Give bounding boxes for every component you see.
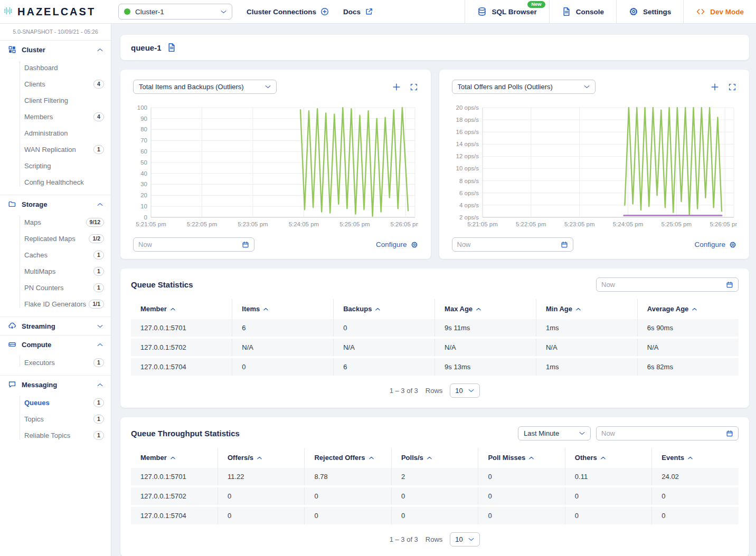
cell-average-age: 6s 90ms bbox=[637, 319, 739, 338]
column-header-member[interactable]: Member bbox=[131, 299, 232, 319]
sidebar-item-caches[interactable]: Caches1 bbox=[0, 247, 111, 263]
add-chart-icon[interactable] bbox=[392, 83, 401, 91]
sidebar-item-replicated-maps[interactable]: Replicated Maps1/2 bbox=[0, 231, 111, 247]
rows-per-page-select[interactable]: 10 bbox=[450, 532, 480, 547]
fullscreen-icon[interactable] bbox=[410, 83, 418, 91]
column-header-average-age[interactable]: Average Age bbox=[637, 299, 739, 319]
item-label: Client Filtering bbox=[24, 97, 104, 104]
column-header-rejected-offers[interactable]: Rejected Offers bbox=[305, 448, 391, 468]
chart-card-items-backups: Total Items and Backups (Outliers) 01020… bbox=[120, 70, 431, 259]
cluster-connections-link[interactable]: Cluster Connections bbox=[247, 7, 329, 16]
count-badge: 1 bbox=[93, 283, 104, 292]
configure-link[interactable]: Configure bbox=[694, 241, 736, 248]
sidebar-section-header-streaming[interactable]: Streaming bbox=[0, 317, 111, 335]
database-icon bbox=[477, 7, 487, 16]
column-header-member[interactable]: Member bbox=[131, 448, 218, 468]
gear-icon bbox=[629, 7, 638, 16]
fullscreen-icon[interactable] bbox=[728, 83, 736, 91]
column-header-polls-s[interactable]: Polls/s bbox=[391, 448, 478, 468]
sidebar-item-queues[interactable]: Queues1 bbox=[0, 395, 111, 411]
cluster-select[interactable]: Cluster-1 bbox=[118, 4, 232, 20]
table-row[interactable]: 127.0.0.1:5702N/AN/AN/AN/AN/A bbox=[131, 338, 739, 357]
console-button[interactable]: Console bbox=[549, 0, 616, 23]
sort-asc-icon bbox=[692, 308, 697, 311]
cluster-status-dot bbox=[124, 8, 130, 15]
queue-config-icon[interactable] bbox=[167, 43, 176, 52]
cell-min-age: 1ms bbox=[536, 357, 637, 377]
column-header-backups[interactable]: Backups bbox=[334, 299, 435, 319]
time-picker[interactable]: Now bbox=[596, 277, 739, 292]
add-chart-icon[interactable] bbox=[711, 83, 719, 91]
item-label: Members bbox=[24, 113, 93, 121]
column-label: Items bbox=[242, 305, 260, 313]
section-items: Maps9/12 Replicated Maps1/2 Caches1 Mult… bbox=[0, 213, 111, 312]
docs-link[interactable]: Docs bbox=[343, 7, 373, 16]
cell-backups: 0 bbox=[334, 319, 435, 338]
sidebar-item-members[interactable]: Members4 bbox=[0, 109, 111, 125]
time-picker[interactable]: Now bbox=[133, 237, 254, 252]
sidebar-section-header-storage[interactable]: Storage bbox=[0, 195, 111, 213]
column-header-offers-s[interactable]: Offers/s bbox=[218, 448, 304, 468]
section-title: Storage bbox=[22, 200, 92, 208]
rows-per-page-select[interactable]: 10 bbox=[450, 384, 480, 398]
column-header-others[interactable]: Others bbox=[565, 448, 651, 468]
dev-mode-button[interactable]: Dev Mode bbox=[683, 0, 756, 23]
settings-button[interactable]: Settings bbox=[616, 0, 683, 23]
period-select[interactable]: Last Minute bbox=[518, 426, 591, 440]
sidebar-item-config-healthcheck[interactable]: Config Healthcheck bbox=[0, 174, 111, 190]
configure-link[interactable]: Configure bbox=[376, 241, 418, 248]
calendar-icon bbox=[726, 430, 733, 437]
sidebar-section-header-messaging[interactable]: Messaging bbox=[0, 376, 111, 394]
sidebar-item-administration[interactable]: Administration bbox=[0, 125, 111, 141]
sidebar-item-dashboard[interactable]: Dashboard bbox=[0, 60, 111, 76]
sidebar-item-executors[interactable]: Executors1 bbox=[0, 354, 111, 371]
svg-text:80: 80 bbox=[140, 126, 147, 132]
section-title: Messaging bbox=[22, 381, 92, 389]
column-header-max-age[interactable]: Max Age bbox=[435, 299, 536, 319]
sidebar-item-scripting[interactable]: Scripting bbox=[0, 158, 111, 174]
sidebar-section-header-compute[interactable]: Compute bbox=[0, 335, 111, 353]
column-header-poll-misses[interactable]: Poll Misses bbox=[478, 448, 565, 468]
table-row[interactable]: 127.0.0.1:570111.228.78200.1124.02 bbox=[131, 468, 739, 486]
sidebar-item-client-filtering[interactable]: Client Filtering bbox=[0, 92, 111, 109]
table-row[interactable]: 127.0.0.1:5701609s 11ms1ms6s 90ms bbox=[131, 319, 739, 338]
sidebar-item-multimaps[interactable]: MultiMaps1 bbox=[0, 263, 111, 280]
top-header: HAZELCAST Cluster-1 Cluster Connections … bbox=[0, 0, 756, 24]
column-label: Rejected Offers bbox=[314, 454, 365, 462]
svg-text:16 ops/s: 16 ops/s bbox=[456, 129, 479, 135]
settings-label: Settings bbox=[643, 8, 671, 16]
sidebar-item-topics[interactable]: Topics1 bbox=[0, 411, 111, 427]
sql-browser-button[interactable]: SQL Browser New bbox=[465, 0, 549, 23]
item-label: Executors bbox=[24, 359, 93, 367]
plus-circle-icon bbox=[320, 7, 329, 16]
column-header-events[interactable]: Events bbox=[652, 448, 739, 468]
svg-text:20 ops/s: 20 ops/s bbox=[456, 104, 479, 111]
sort-asc-icon bbox=[529, 456, 534, 459]
table-row[interactable]: 127.0.0.1:5702000000 bbox=[131, 486, 739, 506]
metric-select[interactable]: Total Items and Backups (Outliers) bbox=[133, 80, 277, 94]
time-picker[interactable]: Now bbox=[596, 426, 739, 440]
sidebar-item-wan-replication[interactable]: WAN Replication1 bbox=[0, 141, 111, 158]
column-header-items[interactable]: Items bbox=[232, 299, 334, 319]
sidebar-section-header-cluster[interactable]: Cluster bbox=[0, 41, 111, 59]
chart-card-offers-polls: Total Offers and Polls (Outliers) 2 ops/… bbox=[439, 70, 750, 259]
time-picker[interactable]: Now bbox=[452, 237, 573, 252]
sidebar-item-reliable-topics[interactable]: Reliable Topics1 bbox=[0, 427, 111, 444]
table-row[interactable]: 127.0.0.1:5704000000 bbox=[131, 506, 739, 525]
page-title-card: queue-1 bbox=[120, 35, 749, 60]
metric-select[interactable]: Total Offers and Polls (Outliers) bbox=[452, 80, 596, 94]
sidebar-item-pn-counters[interactable]: PN Counters1 bbox=[0, 280, 111, 296]
cell-polls-s: 0 bbox=[391, 506, 478, 525]
sidebar-item-flake-id-generators[interactable]: Flake ID Generators1/1 bbox=[0, 296, 111, 312]
column-label: Polls/s bbox=[401, 454, 423, 462]
svg-text:0: 0 bbox=[144, 214, 147, 221]
sidebar-item-maps[interactable]: Maps9/12 bbox=[0, 214, 111, 231]
count-badge: 1/1 bbox=[89, 300, 104, 309]
table-row[interactable]: 127.0.0.1:5704069s 13ms1ms6s 82ms bbox=[131, 357, 739, 377]
svg-text:5:23:05 pm: 5:23:05 pm bbox=[238, 221, 268, 227]
console-label: Console bbox=[576, 8, 604, 16]
sidebar-item-clients[interactable]: Clients4 bbox=[0, 76, 111, 92]
column-label: Backups bbox=[343, 305, 372, 313]
column-header-min-age[interactable]: Min Age bbox=[536, 299, 637, 319]
pagination: 1 – 3 of 3 Rows 10 bbox=[131, 378, 739, 402]
